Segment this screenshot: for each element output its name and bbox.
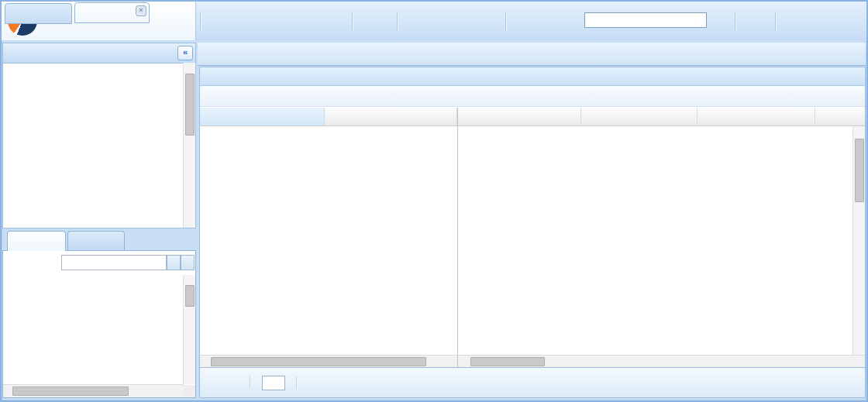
- tab-psew0130[interactable]: [74, 2, 150, 23]
- grid-vertical-scrollbar[interactable]: [852, 126, 865, 355]
- column-header-exporta[interactable]: [815, 108, 865, 125]
- grid-body-scrollable: [458, 126, 865, 355]
- grid-pane-divider: [457, 108, 458, 367]
- scroll-pane-horizontal-scrollbar[interactable]: [458, 355, 865, 368]
- tree-vertical-scrollbar[interactable]: [183, 275, 195, 384]
- paging-separator: [250, 376, 251, 389]
- locked-pane-horizontal-scrollbar[interactable]: [200, 355, 457, 368]
- program-lookup-button[interactable]: [711, 13, 730, 29]
- scrollbar-thumb[interactable]: [470, 357, 545, 366]
- collapse-sidebar-button[interactable]: [177, 46, 193, 60]
- page-number-input[interactable]: [262, 376, 285, 390]
- tab-dashboard[interactable]: [5, 3, 72, 24]
- tab-programas[interactable]: [7, 231, 66, 251]
- application-window: [0, 0, 868, 402]
- tabstrip-border: [198, 65, 866, 66]
- close-tab-icon[interactable]: [136, 5, 146, 16]
- program-tree: [3, 275, 184, 384]
- grid-header: [200, 108, 865, 126]
- main-tabstrip: [198, 43, 866, 66]
- scrollbar-corner: [184, 385, 195, 397]
- scrollbar-thumb[interactable]: [185, 74, 195, 136]
- scrollbar-thumb[interactable]: [185, 285, 195, 307]
- sidebar-tabs: [2, 231, 196, 251]
- header-separator: [505, 12, 507, 30]
- paging-separator: [296, 376, 298, 389]
- menu-panel-header: [3, 43, 195, 64]
- programs-panel: [2, 250, 196, 398]
- main-panel: [199, 67, 866, 398]
- first-page-button[interactable]: [208, 376, 223, 390]
- menu-items: [3, 63, 184, 228]
- next-page-button[interactable]: [305, 376, 320, 390]
- paging-toolbar: [200, 367, 865, 397]
- grid-toolbar: [200, 86, 865, 107]
- column-header-descricao-pagamento[interactable]: [325, 108, 457, 125]
- menu-panel: [2, 43, 196, 228]
- header-separator: [200, 12, 202, 30]
- filter-input[interactable]: [61, 255, 167, 270]
- last-page-button[interactable]: [324, 376, 339, 390]
- filter-clear-button[interactable]: [167, 255, 181, 270]
- scrollbar-thumb[interactable]: [211, 357, 426, 366]
- tab-favoritos[interactable]: [67, 231, 125, 250]
- header-separator: [397, 12, 398, 30]
- tree-horizontal-scrollbar[interactable]: [3, 384, 184, 397]
- column-header-unidade-pagamento[interactable]: [581, 108, 698, 125]
- column-header-descricao-abreviada[interactable]: [458, 108, 581, 125]
- panel-title: [200, 67, 865, 86]
- menu-scrollbar[interactable]: [183, 63, 195, 228]
- column-header-codigo[interactable]: [200, 108, 325, 125]
- column-header-tipo-pagto-folha[interactable]: [698, 108, 815, 125]
- grid-body-locked: [200, 126, 457, 355]
- scrollbar-thumb[interactable]: [12, 387, 129, 396]
- filter-search-button[interactable]: [181, 255, 195, 270]
- previous-page-button[interactable]: [227, 376, 243, 390]
- open-program-input[interactable]: [584, 12, 707, 28]
- header-separator: [775, 12, 777, 30]
- scrollbar-thumb[interactable]: [855, 139, 864, 202]
- header-separator: [735, 12, 736, 30]
- header-separator: [352, 12, 353, 30]
